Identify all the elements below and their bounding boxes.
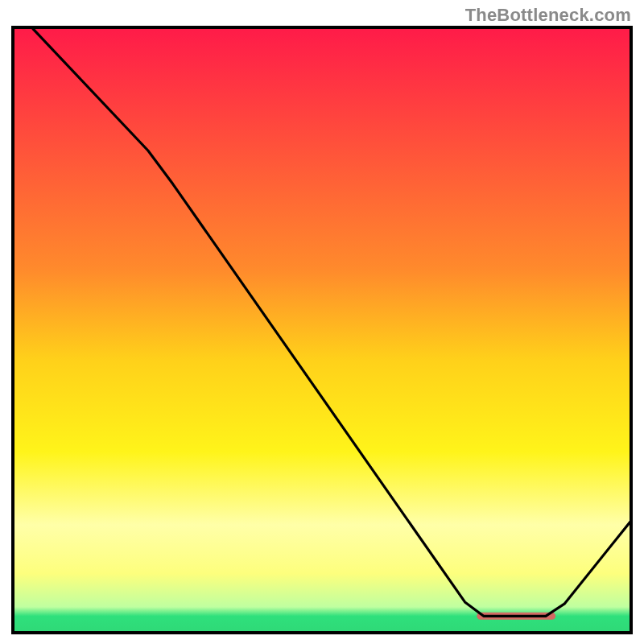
watermark-text: TheBottleneck.com [465,5,631,26]
gradient-background [11,26,633,634]
bottleneck-chart [0,0,644,644]
